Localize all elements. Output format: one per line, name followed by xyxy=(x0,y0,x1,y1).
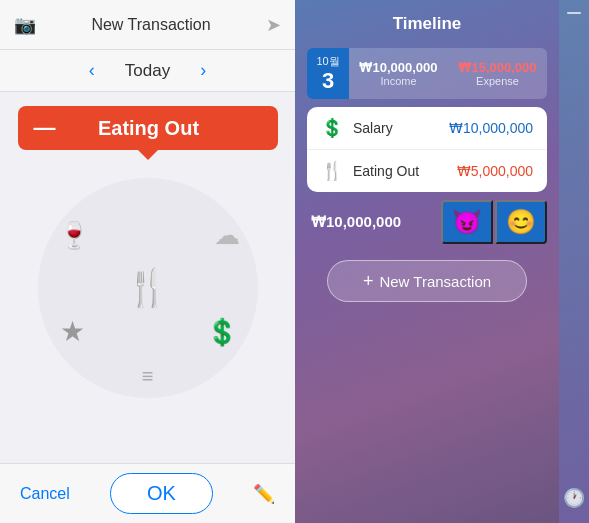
transaction-card: 💲 Salary ₩10,000,000 🍴 Eating Out ₩5,000… xyxy=(307,107,547,192)
top-bar-title: New Transaction xyxy=(91,16,210,34)
transaction-row[interactable]: 🍴 Eating Out ₩5,000,000 xyxy=(307,150,547,192)
smile-emoji-button[interactable]: 😊 xyxy=(495,200,547,244)
menu-lines-icon[interactable]: ≡ xyxy=(142,365,154,388)
pencil-button[interactable]: ✏️ xyxy=(253,483,275,505)
expense-amount: ₩15,000,000 xyxy=(458,60,536,75)
money-icon[interactable]: 💲 xyxy=(206,317,238,348)
salary-name: Salary xyxy=(353,120,449,136)
salary-amount: ₩10,000,000 xyxy=(449,120,533,136)
balance-emoji-row: ₩10,000,000 😈 😊 xyxy=(307,200,547,244)
wine-icon[interactable]: 🍷 xyxy=(58,220,90,251)
clock-icon: 🕐 xyxy=(563,487,585,509)
eating-out-name: Eating Out xyxy=(353,163,457,179)
plus-icon: + xyxy=(363,271,374,292)
date-month: 10월 xyxy=(316,54,339,69)
transaction-row[interactable]: 💲 Salary ₩10,000,000 xyxy=(307,107,547,150)
category-label: Eating Out xyxy=(98,117,199,140)
income-card: ₩10,000,000 Income xyxy=(349,48,448,99)
next-date-button[interactable]: › xyxy=(200,60,206,81)
star-icon[interactable]: ★ xyxy=(60,315,85,348)
summary-cards: ₩10,000,000 Income ₩15,000,000 Expense xyxy=(349,48,547,99)
timeline-header: Timeline xyxy=(295,0,559,44)
eating-out-icon: 🍴 xyxy=(321,160,343,182)
edge-dash xyxy=(567,12,581,14)
fork-knife-center-icon: 🍴 xyxy=(125,267,170,309)
category-bar: — Eating Out xyxy=(18,106,278,150)
date-badge: 10월 3 xyxy=(307,48,349,99)
cancel-button[interactable]: Cancel xyxy=(20,485,70,503)
date-bar: ‹ Today › xyxy=(0,50,295,92)
income-label: Income xyxy=(380,75,416,87)
date-card-row: 10월 3 ₩10,000,000 Income ₩15,000,000 Exp… xyxy=(307,48,547,99)
prev-date-button[interactable]: ‹ xyxy=(89,60,95,81)
cloud-icon[interactable]: ☁ xyxy=(214,220,240,251)
minus-button[interactable]: — xyxy=(34,117,56,139)
date-label: Today xyxy=(125,61,170,81)
date-day: 3 xyxy=(322,69,334,93)
category-circle-menu: 🍴 🍷 ☁ ★ 💲 ≡ xyxy=(38,178,258,398)
send-icon[interactable]: ➤ xyxy=(266,14,281,36)
new-transaction-label: New Transaction xyxy=(379,273,491,290)
devil-emoji-button[interactable]: 😈 xyxy=(441,200,493,244)
expense-card: ₩15,000,000 Expense xyxy=(448,48,547,99)
income-amount: ₩10,000,000 xyxy=(359,60,437,75)
camera-icon[interactable]: 📷 xyxy=(14,14,36,36)
ok-button[interactable]: OK xyxy=(110,473,213,514)
new-transaction-button[interactable]: + New Transaction xyxy=(327,260,527,302)
balance-text: ₩10,000,000 xyxy=(307,213,441,231)
right-edge-strip: 🕐 xyxy=(559,0,589,523)
timeline-title: Timeline xyxy=(393,14,462,34)
right-panel: Timeline 10월 3 ₩10,000,000 Income ₩15,00… xyxy=(295,0,559,523)
salary-icon: 💲 xyxy=(321,117,343,139)
bottom-bar: Cancel OK ✏️ xyxy=(0,463,295,523)
left-panel: 📷 New Transaction ➤ ‹ Today › — Eating O… xyxy=(0,0,295,523)
top-bar: 📷 New Transaction ➤ xyxy=(0,0,295,50)
expense-label: Expense xyxy=(476,75,519,87)
eating-out-amount: ₩5,000,000 xyxy=(457,163,533,179)
